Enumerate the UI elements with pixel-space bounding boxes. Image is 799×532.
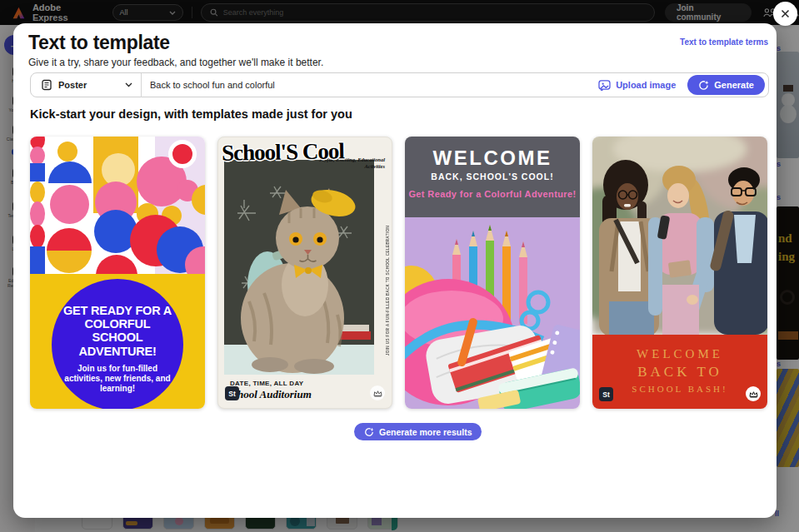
template-card-colorful-shapes[interactable]: GET READY FOR A COLORFUL SCHOOL ADVENTUR… [30, 137, 205, 409]
template-card-schools-cool-cat[interactable]: School'S Cool Joyful, Exciting, Educatio… [217, 137, 392, 409]
template-card-welcome-back-pencils[interactable]: WELCOME BACK, SCHOOL'S COOL! Get Ready f… [405, 137, 580, 409]
text-to-template-dialog: Text to template Text to template terms … [13, 23, 777, 518]
close-icon [781, 9, 790, 18]
poster-title: WELCOME [405, 147, 580, 170]
prompt-input[interactable] [142, 80, 598, 90]
generate-sparkle-icon [698, 80, 709, 91]
poster-line1: WELCOME [592, 347, 767, 361]
upload-image-button[interactable]: Upload image [598, 80, 676, 91]
poster-side-note: JOIN US FOR A FUN-FILLED BACK TO SCHOOL … [386, 189, 390, 355]
poster-message-band: WELCOME BACK TO SCHOOL BASH! [592, 335, 767, 409]
students-photo [592, 137, 767, 335]
dialog-title: Text to template [28, 32, 170, 54]
close-dialog-button[interactable] [773, 2, 797, 26]
doc-type-dropdown[interactable]: Poster [31, 79, 141, 91]
premium-crown-icon [746, 386, 761, 401]
poster-icon [41, 79, 52, 91]
prompt-bar: Poster Upload image Generate [30, 72, 769, 97]
chevron-down-icon [125, 82, 132, 87]
poster-title: School'S Cool [222, 137, 389, 166]
poster-line3: SCHOOL BASH! [592, 384, 767, 394]
cat-photo [224, 160, 374, 375]
screen: Adobe Express All Join community + Ho [0, 0, 799, 532]
poster-header-band: WELCOME BACK, SCHOOL'S COOL! Get Ready f… [405, 137, 580, 217]
adobe-stock-badge: St [225, 386, 239, 400]
upload-image-icon [598, 80, 611, 91]
poster-tagline: Get Ready for a Colorful Adventure! [405, 189, 580, 199]
template-card-school-bash-students[interactable]: WELCOME BACK TO SCHOOL BASH! St [592, 137, 767, 409]
terms-link[interactable]: Text to template terms [680, 37, 768, 47]
poster-subtitle: BACK, SCHOOL'S COOL! [405, 172, 580, 181]
generate-more-results-button[interactable]: Generate more results [354, 423, 482, 440]
generate-button[interactable]: Generate [687, 75, 765, 95]
poster-subtext: Join us for fun-filled activities, new f… [63, 364, 172, 394]
poster-venue: School Auditorium [227, 388, 312, 401]
poster-message-area: GET READY FOR A COLORFUL SCHOOL ADVENTUR… [30, 274, 205, 409]
adobe-stock-badge: St [599, 387, 613, 401]
generate-sparkle-icon [364, 427, 374, 437]
abstract-shapes-art [30, 137, 205, 274]
poster-headline: GET READY FOR A COLORFUL SCHOOL ADVENTUR… [63, 304, 172, 358]
message-circle: GET READY FOR A COLORFUL SCHOOL ADVENTUR… [52, 279, 183, 409]
backpack-pencils-photo [405, 217, 580, 409]
results-heading: Kick-start your design, with templates m… [30, 107, 352, 121]
dialog-subtitle: Give it a try, share your feedback, and … [28, 57, 323, 68]
poster-date-line: DATE, TIME, ALL DAY [230, 380, 303, 387]
poster-line2: BACK TO [592, 364, 767, 380]
premium-crown-icon [370, 385, 385, 400]
